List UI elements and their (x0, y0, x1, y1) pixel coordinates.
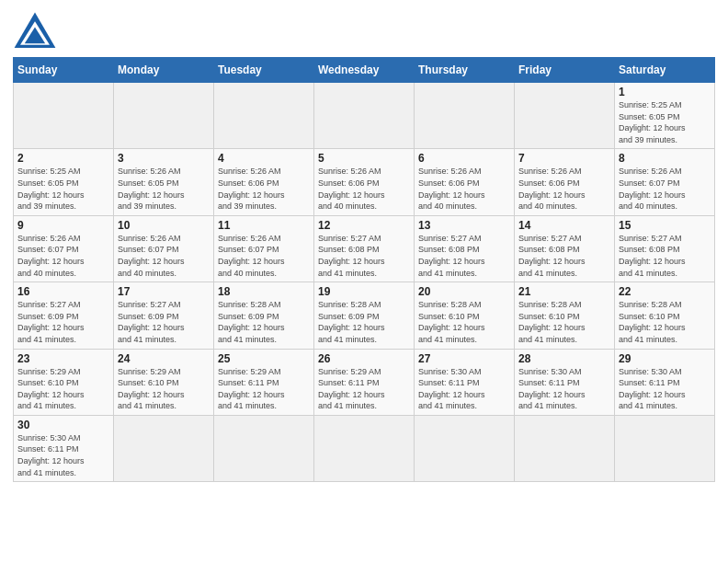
day-info: Sunrise: 5:29 AM Sunset: 6:10 PM Dayligh… (118, 366, 210, 412)
day-info: Sunrise: 5:29 AM Sunset: 6:11 PM Dayligh… (318, 366, 410, 412)
day-info: Sunrise: 5:27 AM Sunset: 6:08 PM Dayligh… (619, 233, 711, 279)
calendar-cell: 13Sunrise: 5:27 AM Sunset: 6:08 PM Dayli… (415, 215, 515, 282)
calendar-cell (415, 83, 515, 149)
day-number: 22 (619, 285, 711, 298)
day-info: Sunrise: 5:26 AM Sunset: 6:05 PM Dayligh… (118, 166, 210, 212)
calendar-cell: 22Sunrise: 5:28 AM Sunset: 6:10 PM Dayli… (615, 282, 715, 349)
calendar-cell: 6Sunrise: 5:26 AM Sunset: 6:06 PM Daylig… (415, 149, 515, 215)
day-number: 6 (418, 152, 510, 165)
day-info: Sunrise: 5:27 AM Sunset: 6:09 PM Dayligh… (118, 299, 210, 345)
day-number: 10 (118, 219, 210, 232)
day-number: 7 (518, 152, 610, 165)
calendar-cell (114, 83, 214, 149)
day-number: 23 (17, 352, 109, 365)
calendar-cell: 19Sunrise: 5:28 AM Sunset: 6:09 PM Dayli… (314, 282, 415, 349)
calendar-cell: 15Sunrise: 5:27 AM Sunset: 6:08 PM Dayli… (615, 215, 715, 282)
day-number: 24 (118, 352, 210, 365)
day-number: 4 (218, 152, 310, 165)
day-info: Sunrise: 5:26 AM Sunset: 6:07 PM Dayligh… (218, 233, 310, 279)
day-info: Sunrise: 5:30 AM Sunset: 6:11 PM Dayligh… (17, 432, 109, 478)
day-number: 19 (318, 285, 410, 298)
day-info: Sunrise: 5:26 AM Sunset: 6:07 PM Dayligh… (17, 233, 109, 279)
calendar-cell: 2Sunrise: 5:25 AM Sunset: 6:05 PM Daylig… (14, 149, 114, 215)
calendar-cell (314, 83, 415, 149)
week-row-5: 30Sunrise: 5:30 AM Sunset: 6:11 PM Dayli… (14, 415, 715, 481)
calendar-cell: 21Sunrise: 5:28 AM Sunset: 6:10 PM Dayli… (515, 282, 615, 349)
day-number: 12 (318, 219, 410, 232)
day-info: Sunrise: 5:26 AM Sunset: 6:06 PM Dayligh… (518, 166, 610, 212)
day-info: Sunrise: 5:28 AM Sunset: 6:10 PM Dayligh… (418, 299, 510, 345)
day-number: 17 (118, 285, 210, 298)
day-number: 30 (17, 419, 109, 431)
day-number: 16 (17, 285, 109, 298)
day-info: Sunrise: 5:26 AM Sunset: 6:07 PM Dayligh… (619, 166, 711, 212)
calendar-cell: 1Sunrise: 5:25 AM Sunset: 6:05 PM Daylig… (615, 83, 715, 149)
calendar-cell: 28Sunrise: 5:30 AM Sunset: 6:11 PM Dayli… (515, 349, 615, 415)
calendar-cell (615, 415, 715, 481)
day-info: Sunrise: 5:29 AM Sunset: 6:11 PM Dayligh… (218, 366, 310, 412)
calendar-cell: 3Sunrise: 5:26 AM Sunset: 6:05 PM Daylig… (114, 149, 214, 215)
day-number: 25 (218, 352, 310, 365)
day-info: Sunrise: 5:28 AM Sunset: 6:09 PM Dayligh… (218, 299, 310, 345)
day-header-monday: Monday (114, 58, 214, 83)
day-info: Sunrise: 5:28 AM Sunset: 6:09 PM Dayligh… (318, 299, 410, 345)
calendar-cell (114, 415, 214, 481)
day-info: Sunrise: 5:30 AM Sunset: 6:11 PM Dayligh… (518, 366, 610, 412)
day-number: 20 (418, 285, 510, 298)
day-number: 1 (619, 86, 711, 98)
page: SundayMondayTuesdayWednesdayThursdayFrid… (0, 0, 728, 563)
days-of-week-row: SundayMondayTuesdayWednesdayThursdayFrid… (14, 58, 715, 83)
day-info: Sunrise: 5:26 AM Sunset: 6:06 PM Dayligh… (418, 166, 510, 212)
calendar-cell: 14Sunrise: 5:27 AM Sunset: 6:08 PM Dayli… (515, 215, 615, 282)
day-info: Sunrise: 5:28 AM Sunset: 6:10 PM Dayligh… (518, 299, 610, 345)
day-info: Sunrise: 5:26 AM Sunset: 6:06 PM Dayligh… (218, 166, 310, 212)
calendar-cell: 16Sunrise: 5:27 AM Sunset: 6:09 PM Dayli… (14, 282, 114, 349)
calendar-table: SundayMondayTuesdayWednesdayThursdayFrid… (13, 57, 715, 482)
day-header-friday: Friday (515, 58, 615, 83)
day-number: 27 (418, 352, 510, 365)
day-info: Sunrise: 5:30 AM Sunset: 6:11 PM Dayligh… (418, 366, 510, 412)
calendar-cell (515, 415, 615, 481)
calendar-cell: 24Sunrise: 5:29 AM Sunset: 6:10 PM Dayli… (114, 349, 214, 415)
day-info: Sunrise: 5:27 AM Sunset: 6:08 PM Dayligh… (418, 233, 510, 279)
calendar-cell (515, 83, 615, 149)
day-info: Sunrise: 5:25 AM Sunset: 6:05 PM Dayligh… (17, 166, 109, 212)
logo-icon (13, 9, 57, 53)
calendar-cell (14, 83, 114, 149)
calendar-cell: 23Sunrise: 5:29 AM Sunset: 6:10 PM Dayli… (14, 349, 114, 415)
day-info: Sunrise: 5:27 AM Sunset: 6:08 PM Dayligh… (518, 233, 610, 279)
calendar-cell: 5Sunrise: 5:26 AM Sunset: 6:06 PM Daylig… (314, 149, 415, 215)
day-header-sunday: Sunday (14, 58, 114, 83)
calendar-cell (415, 415, 515, 481)
day-number: 18 (218, 285, 310, 298)
day-header-tuesday: Tuesday (214, 58, 314, 83)
calendar-cell: 25Sunrise: 5:29 AM Sunset: 6:11 PM Dayli… (214, 349, 314, 415)
week-row-3: 16Sunrise: 5:27 AM Sunset: 6:09 PM Dayli… (14, 282, 715, 349)
calendar-cell: 11Sunrise: 5:26 AM Sunset: 6:07 PM Dayli… (214, 215, 314, 282)
day-info: Sunrise: 5:30 AM Sunset: 6:11 PM Dayligh… (619, 366, 711, 412)
calendar-cell: 10Sunrise: 5:26 AM Sunset: 6:07 PM Dayli… (114, 215, 214, 282)
day-info: Sunrise: 5:26 AM Sunset: 6:07 PM Dayligh… (118, 233, 210, 279)
week-row-2: 9Sunrise: 5:26 AM Sunset: 6:07 PM Daylig… (14, 215, 715, 282)
day-info: Sunrise: 5:27 AM Sunset: 6:08 PM Dayligh… (318, 233, 410, 279)
calendar-header: SundayMondayTuesdayWednesdayThursdayFrid… (14, 58, 715, 83)
calendar-cell: 12Sunrise: 5:27 AM Sunset: 6:08 PM Dayli… (314, 215, 415, 282)
calendar-cell: 7Sunrise: 5:26 AM Sunset: 6:06 PM Daylig… (515, 149, 615, 215)
calendar-cell: 17Sunrise: 5:27 AM Sunset: 6:09 PM Dayli… (114, 282, 214, 349)
day-number: 8 (619, 152, 711, 165)
day-number: 15 (619, 219, 711, 232)
day-number: 11 (218, 219, 310, 232)
day-number: 3 (118, 152, 210, 165)
calendar-cell (314, 415, 415, 481)
calendar-cell: 8Sunrise: 5:26 AM Sunset: 6:07 PM Daylig… (615, 149, 715, 215)
week-row-4: 23Sunrise: 5:29 AM Sunset: 6:10 PM Dayli… (14, 349, 715, 415)
day-number: 2 (17, 152, 109, 165)
day-number: 9 (17, 219, 109, 232)
day-number: 29 (619, 352, 711, 365)
calendar-cell: 26Sunrise: 5:29 AM Sunset: 6:11 PM Dayli… (314, 349, 415, 415)
day-info: Sunrise: 5:28 AM Sunset: 6:10 PM Dayligh… (619, 299, 711, 345)
day-info: Sunrise: 5:25 AM Sunset: 6:05 PM Dayligh… (619, 99, 711, 145)
day-header-saturday: Saturday (615, 58, 715, 83)
day-number: 28 (518, 352, 610, 365)
day-number: 13 (418, 219, 510, 232)
